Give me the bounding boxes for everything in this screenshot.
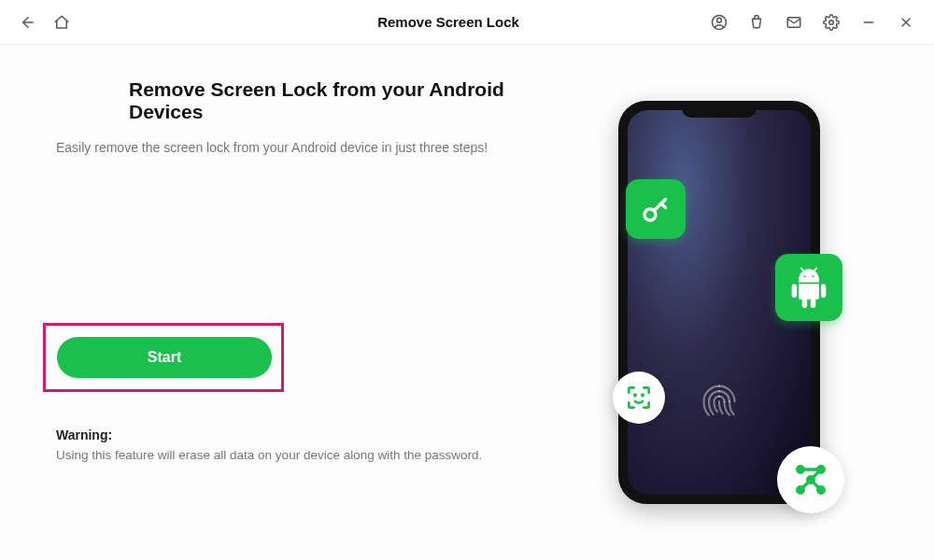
warning-block: Warning: Using this feature will erase a…	[56, 427, 551, 462]
user-button[interactable]	[706, 9, 732, 35]
warning-label: Warning:	[56, 427, 551, 442]
pattern-icon	[777, 446, 844, 513]
close-button[interactable]	[893, 9, 919, 35]
svg-point-3	[829, 20, 834, 24]
window-title: Remove Screen Lock	[202, 14, 695, 30]
titlebar-left	[15, 9, 202, 35]
android-icon	[775, 254, 842, 321]
key-icon	[626, 179, 686, 239]
back-button[interactable]	[15, 9, 41, 35]
minimize-icon	[861, 15, 876, 30]
warning-text: Using this feature will erase all data o…	[56, 448, 551, 462]
start-button[interactable]: Start	[57, 337, 272, 378]
fingerprint-icon	[699, 383, 740, 427]
home-icon	[53, 14, 70, 31]
svg-point-1	[717, 18, 722, 22]
home-button[interactable]	[49, 9, 75, 35]
settings-button[interactable]	[818, 9, 844, 35]
titlebar-right	[695, 9, 919, 35]
svg-point-9	[642, 395, 644, 397]
titlebar: Remove Screen Lock	[0, 0, 934, 45]
cart-icon	[748, 14, 765, 31]
content: Remove Screen Lock from your Android Dev…	[0, 45, 934, 560]
page-subtext: Easily remove the screen lock from your …	[56, 140, 551, 155]
back-icon	[20, 14, 36, 31]
page-heading: Remove Screen Lock from your Android Dev…	[129, 78, 551, 123]
gear-icon	[823, 14, 840, 31]
app-window: Remove Screen Lock Remove Screen L	[0, 0, 934, 560]
close-icon	[899, 15, 913, 30]
phone-illustration	[618, 101, 820, 504]
phone-notch	[682, 105, 757, 118]
user-icon	[711, 14, 728, 31]
right-panel	[551, 73, 887, 532]
face-id-icon	[613, 371, 665, 424]
left-panel: Remove Screen Lock from your Android Dev…	[47, 73, 551, 532]
cart-button[interactable]	[743, 9, 770, 35]
mail-icon	[785, 14, 802, 31]
svg-point-8	[634, 395, 636, 397]
minimize-button[interactable]	[856, 9, 882, 35]
start-highlight-box: Start	[43, 323, 284, 392]
mail-button[interactable]	[781, 9, 807, 35]
